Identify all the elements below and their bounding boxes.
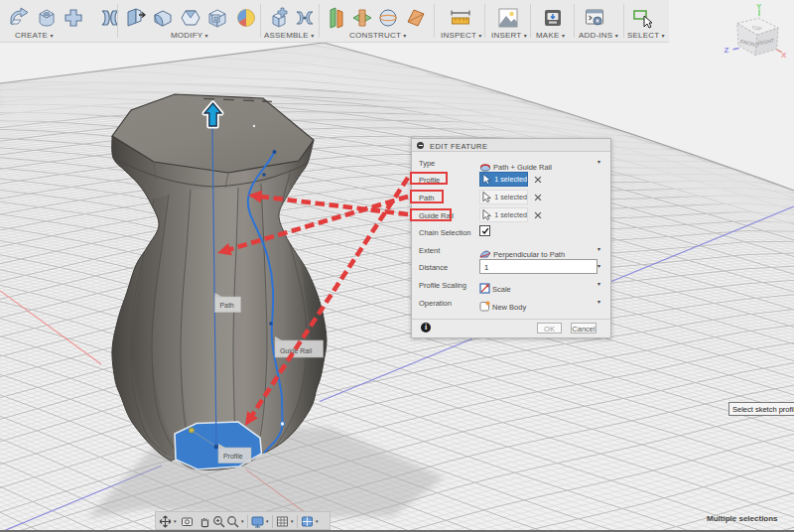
- svg-text:Z: Z: [725, 46, 729, 55]
- svg-text:X: X: [781, 51, 787, 60]
- svg-text:Profile: Profile: [223, 453, 243, 460]
- svg-text:Path: Path: [220, 302, 234, 309]
- svg-text:Y: Y: [756, 2, 762, 11]
